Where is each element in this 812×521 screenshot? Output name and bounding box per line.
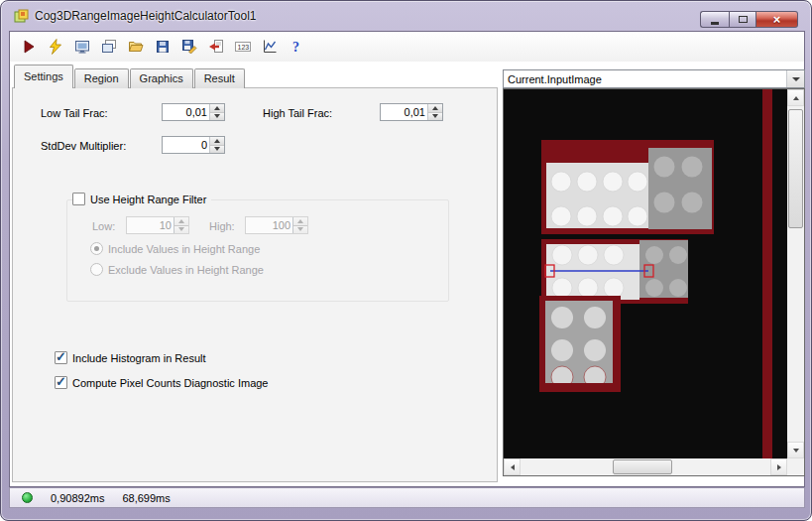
electric-runs-button[interactable] — [45, 36, 65, 58]
compute-pixel-counts-label: Compute Pixel Counts Diagnostic Image — [72, 377, 268, 389]
use-height-range-filter-row: Use Height Range Filter — [72, 193, 211, 205]
help-icon: ? — [289, 39, 304, 55]
image-source-combobox[interactable]: Current.InputImage — [503, 69, 805, 88]
import-arrow-icon — [208, 39, 224, 55]
include-values-label: Include Values in Height Range — [108, 243, 260, 255]
high-tail-frac-label: High Tail Frac: — [263, 107, 332, 119]
run-icon — [21, 39, 37, 55]
exclude-values-row: Exclude Values in Height Range — [90, 263, 264, 276]
plot-icon — [262, 39, 278, 55]
stddev-multiplier-input[interactable] — [163, 137, 209, 153]
help-button[interactable]: ? — [286, 36, 306, 58]
status-led-icon — [22, 492, 33, 503]
tab-result[interactable]: Result — [194, 68, 245, 88]
stddev-multiplier-label: StdDev Multiplier: — [41, 140, 126, 152]
import-button[interactable] — [205, 36, 226, 58]
show-image-button[interactable] — [71, 36, 92, 58]
low-tail-frac-input[interactable] — [163, 104, 209, 120]
minimize-icon — [711, 22, 719, 25]
maximize-icon — [739, 16, 748, 23]
low-tail-frac-spinner — [162, 103, 225, 121]
low-input — [127, 217, 174, 233]
vertical-scrollbar[interactable] — [787, 89, 804, 458]
high-tail-frac-spinner — [380, 103, 443, 121]
high-up-button — [293, 217, 307, 225]
show-diagnostic-image-button[interactable] — [98, 36, 119, 58]
high-tail-frac-up-button[interactable] — [428, 104, 442, 112]
counts-123-icon: 123 — [235, 39, 251, 55]
toolbar: 123 ? — [10, 32, 804, 62]
tool-edit-window: Cog3DRangeImageHeightCalculatorTool1 × — [0, 0, 812, 521]
settings-pane: Low Tail Frac: High Tail Frac: StdDev Mu… — [12, 87, 498, 482]
open-folder-icon — [128, 39, 144, 55]
include-histogram-row: Include Histogram in Result — [55, 351, 206, 364]
low-label: Low: — [92, 220, 115, 232]
scroll-left-button[interactable] — [504, 458, 521, 475]
status-bar: 0,90892ms 68,699ms — [9, 487, 805, 508]
low-tail-frac-label: Low Tail Frac: — [41, 107, 108, 119]
vertical-scroll-thumb[interactable] — [788, 109, 803, 228]
low-up-button — [174, 217, 188, 225]
high-label: High: — [209, 220, 235, 232]
horizontal-scrollbar[interactable] — [504, 458, 787, 475]
image-source-value: Current.InputImage — [504, 73, 786, 85]
client-area: 123 ? Settings Region Graphics Result — [9, 31, 805, 487]
total-time: 68,699ms — [122, 492, 170, 504]
titlebar[interactable]: Cog3DRangeImageHeightCalculatorTool1 × — [1, 1, 811, 31]
save-as-button[interactable] — [178, 36, 199, 58]
combo-dropdown-button[interactable] — [786, 70, 804, 87]
compute-pixel-counts-row: Compute Pixel Counts Diagnostic Image — [55, 376, 268, 389]
scroll-right-button[interactable] — [770, 458, 787, 475]
use-height-range-filter-checkbox[interactable] — [72, 193, 85, 205]
monitor-icon — [74, 39, 90, 55]
minimize-button[interactable] — [700, 11, 729, 28]
range-image-display[interactable] — [504, 89, 787, 458]
low-down-button — [174, 225, 188, 234]
chevron-down-icon — [792, 77, 800, 81]
include-values-row: Include Values in Height Range — [90, 242, 260, 255]
run-button[interactable] — [18, 36, 39, 58]
window-title: Cog3DRangeImageHeightCalculatorTool1 — [35, 9, 256, 23]
stddev-multiplier-up-button[interactable] — [210, 137, 224, 145]
stddev-multiplier-spinner — [162, 136, 225, 154]
maximize-button[interactable] — [729, 11, 756, 28]
tab-region[interactable]: Region — [74, 68, 129, 88]
exclude-values-label: Exclude Values in Height Range — [108, 264, 264, 276]
include-values-radio — [90, 242, 103, 255]
image-display-area — [503, 88, 805, 476]
low-tail-frac-down-button[interactable] — [210, 112, 224, 121]
close-button[interactable]: × — [756, 11, 798, 28]
scrollbar-corner — [787, 458, 804, 475]
use-height-range-filter-label: Use Height Range Filter — [90, 194, 206, 205]
scroll-down-button[interactable] — [787, 442, 804, 458]
stddev-multiplier-down-button[interactable] — [210, 145, 224, 154]
plot-button[interactable] — [259, 36, 280, 58]
svg-text:?: ? — [292, 40, 299, 55]
high-spinner — [245, 216, 308, 234]
include-histogram-label: Include Histogram in Result — [72, 352, 206, 364]
low-spinner — [126, 216, 189, 234]
high-input — [246, 217, 292, 233]
horizontal-scroll-thumb[interactable] — [613, 459, 672, 474]
open-button[interactable] — [125, 36, 146, 58]
high-down-button — [293, 225, 307, 234]
low-tail-frac-up-button[interactable] — [210, 104, 224, 112]
execution-time: 0,90892ms — [51, 492, 104, 504]
tab-settings[interactable]: Settings — [14, 65, 73, 88]
exclude-values-radio — [90, 263, 103, 276]
tab-graphics[interactable]: Graphics — [130, 68, 193, 88]
compute-pixel-counts-checkbox[interactable] — [55, 376, 67, 389]
high-tail-frac-down-button[interactable] — [428, 112, 442, 121]
tabstrip: Settings Region Graphics Result — [14, 65, 246, 88]
save-edit-icon — [181, 39, 197, 55]
save-button[interactable] — [152, 36, 173, 58]
include-histogram-checkbox[interactable] — [55, 351, 67, 364]
high-tail-frac-input[interactable] — [381, 104, 427, 120]
scroll-up-button[interactable] — [787, 89, 804, 106]
svg-text:123: 123 — [237, 44, 249, 51]
pixel-counts-button[interactable]: 123 — [232, 36, 253, 58]
save-icon — [155, 39, 171, 55]
windows-icon — [101, 39, 117, 55]
close-icon: × — [773, 13, 781, 26]
tool-app-icon — [14, 9, 29, 24]
